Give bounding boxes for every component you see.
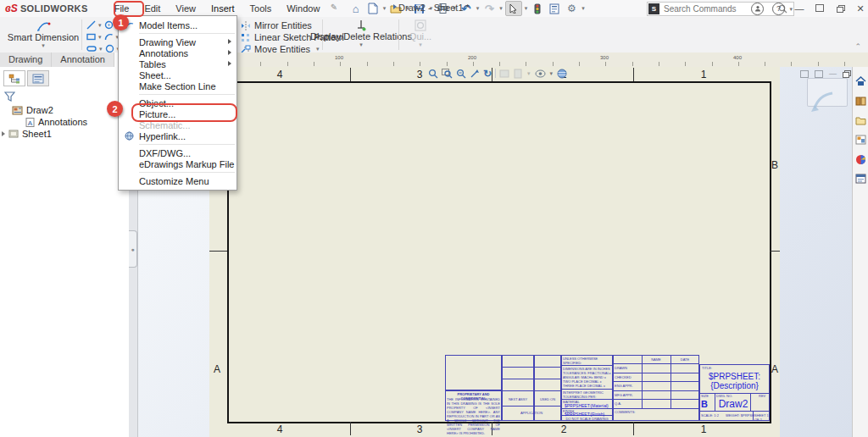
ghost-arrow-icon	[810, 91, 836, 113]
menu-item-customize-menu[interactable]: Customize Menu	[119, 175, 236, 186]
tb-sheet-of: SHEET 1 OF 1	[754, 413, 770, 422]
menu-item-sheet[interactable]: Sheet...	[119, 69, 236, 80]
restore-button[interactable]	[834, 3, 846, 14]
zone-column-label: 4	[277, 69, 283, 80]
hud-dropdown-icon: ▾	[527, 70, 531, 77]
menu-insert[interactable]: Insert	[203, 2, 242, 15]
taskpane-home-button[interactable]	[854, 75, 867, 88]
smart-dimension-dropdown-icon[interactable]: ▾	[42, 42, 45, 49]
move-entities-dropdown-icon[interactable]: ▾	[316, 46, 320, 53]
taskpane-custom-properties-button[interactable]	[854, 172, 867, 185]
tab-annotation[interactable]: Annotation	[52, 53, 114, 67]
tb-name-header: NAME	[642, 357, 670, 362]
tb-material-value: $PRPSHEET:{Material}	[565, 403, 613, 409]
quick-snaps-dropdown-icon: ▾	[419, 41, 422, 48]
zone-column-label: 4	[277, 423, 283, 435]
menu-window[interactable]: Window	[279, 2, 327, 15]
apply-scene-icon[interactable]	[557, 69, 567, 79]
design-library-icon	[855, 96, 866, 107]
tree-item-annotations[interactable]: A Annotations	[0, 116, 129, 128]
horizontal-ruler: 100 200 300 400	[129, 53, 868, 68]
undo-dropdown-icon[interactable]: ▾	[476, 5, 480, 12]
select-dropdown-icon[interactable]: ▾	[525, 5, 528, 12]
step2-badge: 2	[107, 101, 123, 117]
child-restore-icon[interactable]	[843, 70, 850, 77]
display-delete-relations-button[interactable]: Display/Delete Relations ▾	[327, 19, 395, 48]
zoom-to-fit-icon[interactable]	[428, 69, 438, 79]
menu-item-tables[interactable]: Tables	[119, 58, 236, 69]
tb-unless: UNLESS OTHERWISE SPECIFIED:	[563, 357, 611, 365]
expand-arrow-icon[interactable]	[2, 131, 5, 136]
options-dropdown-icon[interactable]: ▾	[581, 5, 585, 12]
featuremanager-tree-tab[interactable]	[3, 70, 25, 86]
menu-item-dxf-dwg[interactable]: DXF/DWG...	[119, 147, 236, 158]
menu-tools[interactable]: Tools	[242, 2, 280, 15]
submenu-arrow-icon	[228, 39, 231, 44]
rebuild-button[interactable]	[530, 2, 545, 15]
zone-row-label: B	[771, 159, 778, 171]
menu-item-drawing-view[interactable]: Drawing View	[119, 36, 236, 47]
tb-dwg-value: Draw2	[716, 398, 750, 410]
zone-row-label: A	[214, 363, 220, 375]
maximize-button[interactable]	[814, 3, 826, 14]
taskpane-design-library-button[interactable]	[854, 94, 867, 108]
view-palette-icon	[855, 135, 866, 145]
redo-dropdown-icon[interactable]: ▾	[499, 5, 503, 12]
zoom-to-area-icon[interactable]	[442, 69, 453, 79]
child-prev-window-icon[interactable]	[800, 70, 809, 78]
sheet-icon	[8, 130, 19, 138]
property-manager-icon	[32, 74, 44, 84]
menu-item-annotations[interactable]: Annotations	[119, 47, 236, 58]
options-button[interactable]: ⚙	[564, 2, 579, 15]
quick-snaps-button[interactable]: Qui... ▾	[402, 19, 439, 48]
redo-button[interactable]: ↷	[481, 2, 497, 15]
view-settings-dropdown-icon[interactable]: ▾	[550, 70, 554, 77]
arc-icon[interactable]	[104, 32, 114, 41]
menu-item-edrawings-markup[interactable]: eDrawings Markup File	[119, 158, 236, 169]
child-next-window-icon[interactable]	[815, 70, 823, 78]
zoom-to-selection-icon[interactable]	[470, 69, 480, 79]
folder-icon	[855, 116, 866, 125]
tree-item-sheet1[interactable]: Sheet1	[0, 128, 129, 140]
zoom-in-out-icon[interactable]	[456, 69, 466, 79]
new-dropdown-icon[interactable]: ▾	[383, 5, 387, 12]
tb-title-value: $PRPSHEET:{Description}	[700, 372, 769, 390]
menu-item-make-section-line[interactable]: Make Section Line	[119, 80, 236, 91]
help-button[interactable]: ?	[772, 3, 785, 15]
view-settings-icon[interactable]	[535, 69, 546, 78]
taskpane-view-palette-button[interactable]	[854, 133, 867, 147]
collapse-commandmanager-icon[interactable]: ⌃	[854, 42, 861, 51]
smart-dimension-button[interactable]: Smart Dimension ▾	[7, 19, 80, 49]
smart-dimension-icon	[36, 19, 51, 32]
home-button[interactable]: ⌂	[348, 2, 364, 15]
tab-drawing[interactable]: Drawing	[0, 53, 52, 67]
close-button[interactable]: ✕	[854, 3, 866, 14]
section-view-icon	[499, 69, 509, 79]
menu-item-model-items[interactable]: Model Items...	[119, 19, 236, 30]
tb-used-on: USED ON	[534, 397, 561, 401]
panel-collapse-handle[interactable]: ●	[129, 230, 137, 268]
property-manager-tab[interactable]	[27, 70, 49, 86]
filter-icon[interactable]	[4, 90, 15, 105]
tb-row-label: DRAWN	[615, 366, 642, 370]
minimize-button[interactable]: —	[793, 3, 805, 14]
tb-row-label: CHECKED	[615, 375, 642, 379]
child-minimize-icon[interactable]: —	[829, 69, 837, 78]
menu-view[interactable]: View	[168, 2, 203, 15]
circle-icon[interactable]	[104, 20, 114, 30]
taskpane-file-explorer-button[interactable]	[854, 113, 867, 127]
pin-menu-icon[interactable]: ✏	[326, 1, 340, 15]
taskpane-appearances-button[interactable]	[854, 152, 867, 166]
user-account-icon[interactable]	[751, 3, 764, 15]
mirror-entities-button[interactable]: Mirror Entities	[241, 20, 312, 30]
select-tool-button[interactable]	[505, 1, 522, 16]
file-properties-icon	[549, 3, 559, 14]
display-delete-relations-icon	[355, 19, 367, 31]
tb-size-label: SIZE	[701, 394, 715, 398]
rotate-view-icon[interactable]: ↻	[483, 68, 492, 80]
new-document-button[interactable]	[365, 2, 381, 15]
menu-item-hyperlink[interactable]: Hyperlink...	[119, 130, 236, 141]
display-delete-dropdown-icon[interactable]: ▾	[359, 41, 363, 48]
file-properties-button[interactable]	[547, 2, 562, 15]
tb-scale: SCALE: 1:2	[701, 413, 725, 418]
